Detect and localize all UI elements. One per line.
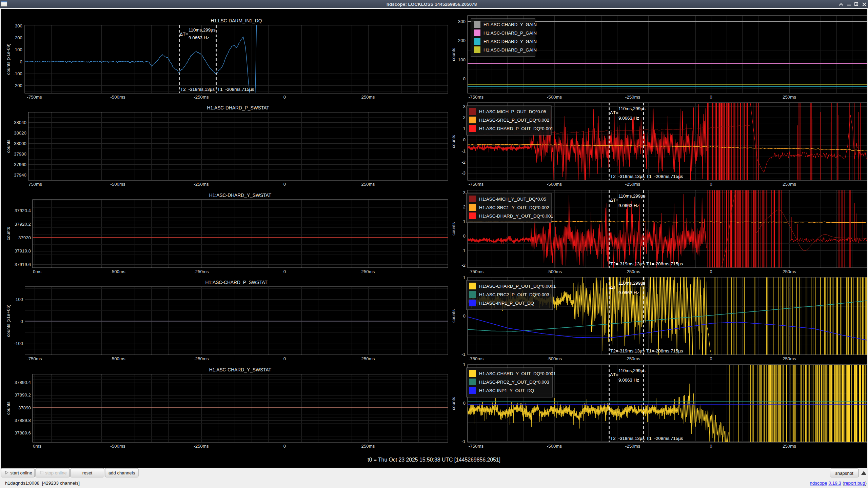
svg-text:t0 = Thu Oct 23 2025 15:50:38: t0 = Thu Oct 23 2025 15:50:38 UTC [14452… xyxy=(368,457,500,463)
svg-text:counts: counts xyxy=(451,397,456,410)
svg-text:9.0663 Hz: 9.0663 Hz xyxy=(618,116,639,121)
svg-text:250ms: 250ms xyxy=(783,182,796,187)
svg-text:reset: reset xyxy=(82,470,93,475)
svg-text:1: 1 xyxy=(463,275,466,280)
svg-text:0: 0 xyxy=(710,269,712,274)
svg-text:H1:ASC-DHARD_P_GAIN: H1:ASC-DHARD_P_GAIN xyxy=(484,47,537,53)
svg-text:H1:ASC-CHARD_P_GAIN: H1:ASC-CHARD_P_GAIN xyxy=(484,30,537,36)
svg-text:ndscope: LOCKLOSS 1445269856.2: ndscope: LOCKLOSS 1445269856.205078 xyxy=(387,2,477,7)
svg-text:H1:ASC-PRC2_P_OUT_DQ*0.003: H1:ASC-PRC2_P_OUT_DQ*0.003 xyxy=(479,292,549,297)
svg-text:-250ms: -250ms xyxy=(194,182,209,187)
svg-text:H1:ASC-INP1_Y_OUT_DQ: H1:ASC-INP1_Y_OUT_DQ xyxy=(479,388,534,393)
svg-text:counts: counts xyxy=(451,135,456,148)
svg-text:37919.6: 37919.6 xyxy=(15,262,31,267)
svg-text:T1=-208ms,715µs: T1=-208ms,715µs xyxy=(646,348,683,353)
svg-text:-500ms: -500ms xyxy=(110,182,125,187)
svg-text:H1:ASC-DHARD_Y_OUT_DQ*0.001: H1:ASC-DHARD_Y_OUT_DQ*0.001 xyxy=(479,214,553,219)
svg-text:H1:ASC-DHARD_P_OUT_DQ*0.001: H1:ASC-DHARD_P_OUT_DQ*0.001 xyxy=(479,126,553,131)
svg-text:1: 1 xyxy=(463,126,466,131)
svg-text:-750ms: -750ms xyxy=(469,269,484,274)
svg-text:-1: -1 xyxy=(461,352,466,357)
svg-text:37889.8: 37889.8 xyxy=(15,418,31,423)
svg-text:250ms: 250ms xyxy=(783,95,796,100)
svg-text:-2: -2 xyxy=(461,263,466,268)
svg-text:200: 200 xyxy=(15,35,22,40)
svg-text:0: 0 xyxy=(21,319,23,324)
svg-text:H1:ASC-CHARD_Y_GAIN: H1:ASC-CHARD_Y_GAIN xyxy=(484,22,537,27)
svg-text:-1: -1 xyxy=(461,148,466,154)
svg-text:37920.2: 37920.2 xyxy=(15,222,31,227)
svg-text:0: 0 xyxy=(463,313,466,319)
svg-text:H1:ASC-MICH_P_OUT_DQ*0.05: H1:ASC-MICH_P_OUT_DQ*0.05 xyxy=(479,109,546,114)
svg-text:300: 300 xyxy=(458,19,466,24)
svg-text:-750ms: -750ms xyxy=(27,95,42,100)
svg-text:1: 1 xyxy=(463,362,466,367)
svg-text:0: 0 xyxy=(463,401,466,406)
svg-text:-500ms: -500ms xyxy=(547,95,562,100)
svg-text:ΔT=: ΔT= xyxy=(180,32,188,37)
svg-text:-750ms: -750ms xyxy=(469,95,484,100)
svg-text:0: 0 xyxy=(463,233,466,239)
svg-text:200: 200 xyxy=(458,38,466,43)
svg-text:T1=-208ms,715µs: T1=-208ms,715µs xyxy=(646,261,683,266)
svg-text:110ms,299µs: 110ms,299µs xyxy=(618,368,646,373)
svg-text:H1:ASC-MICH_Y_OUT_DQ*0.05: H1:ASC-MICH_Y_OUT_DQ*0.05 xyxy=(479,197,546,202)
svg-text:0: 0 xyxy=(283,444,286,449)
svg-text:110ms,299µs: 110ms,299µs xyxy=(618,106,646,111)
svg-text:H1:ASC-CHARD_Y_SWSTAT: H1:ASC-CHARD_Y_SWSTAT xyxy=(209,367,272,372)
svg-text:9.0663 Hz: 9.0663 Hz xyxy=(618,290,639,295)
svg-text:T1=-208ms,715µs: T1=-208ms,715µs xyxy=(217,87,254,92)
svg-text:-100: -100 xyxy=(13,71,22,76)
svg-text:0: 0 xyxy=(463,76,466,81)
svg-text:counts: counts xyxy=(451,222,456,236)
svg-text:250ms: 250ms xyxy=(361,269,375,274)
svg-text:750ms: 750ms xyxy=(28,182,42,187)
svg-text:T2=-319ms,13µs: T2=-319ms,13µs xyxy=(610,436,645,441)
svg-text:250ms: 250ms xyxy=(361,444,375,449)
svg-text:0: 0 xyxy=(710,182,712,187)
svg-text:counts (x1e-09): counts (x1e-09) xyxy=(6,43,11,75)
svg-text:counts: counts xyxy=(6,402,11,415)
svg-text:3: 3 xyxy=(463,190,466,195)
svg-text:37890.4: 37890.4 xyxy=(15,380,31,385)
svg-text:0: 0 xyxy=(20,59,22,64)
svg-text:T2=-319ms,13µs: T2=-319ms,13µs xyxy=(610,174,645,179)
svg-text:-250ms: -250ms xyxy=(194,95,209,100)
svg-text:0: 0 xyxy=(283,182,286,187)
svg-text:H1:ASC-CHARD_Y_OUT_DQ*0.0001: H1:ASC-CHARD_Y_OUT_DQ*0.0001 xyxy=(479,371,556,376)
svg-text:T2=-319ms,13µs: T2=-319ms,13µs xyxy=(180,87,215,92)
svg-text:stop online: stop online xyxy=(45,470,67,475)
svg-text:H1:ASC-SRC1_Y_OUT_DQ*0.002: H1:ASC-SRC1_Y_OUT_DQ*0.002 xyxy=(479,205,549,210)
svg-text:0: 0 xyxy=(283,95,286,100)
svg-text:0: 0 xyxy=(463,137,466,142)
svg-text:ndscope 0.19.3 (report bug): ndscope 0.19.3 (report bug) xyxy=(810,481,867,486)
svg-text:snapshot: snapshot xyxy=(835,471,853,476)
svg-text:-2: -2 xyxy=(461,160,466,165)
svg-text:9.0663 Hz: 9.0663 Hz xyxy=(618,378,639,383)
svg-text:37920.4: 37920.4 xyxy=(15,208,31,213)
svg-text:0: 0 xyxy=(283,356,286,361)
svg-text:-250ms: -250ms xyxy=(625,356,640,361)
svg-text:38000: 38000 xyxy=(14,141,26,146)
svg-text:ΔT=: ΔT= xyxy=(610,198,618,203)
svg-text:250ms: 250ms xyxy=(783,269,796,274)
svg-text:-3: -3 xyxy=(461,170,466,176)
svg-text:h1daqnds1:8088 [429233 channe: h1daqnds1:8088 [429233 channels] xyxy=(5,481,80,486)
svg-text:37919.8: 37919.8 xyxy=(15,248,31,253)
svg-text:100: 100 xyxy=(458,57,466,62)
svg-text:0: 0 xyxy=(710,95,712,100)
svg-text:37889.6: 37889.6 xyxy=(15,430,31,435)
svg-text:counts (x1e+06): counts (x1e+06) xyxy=(6,305,11,337)
svg-text:-500ms: -500ms xyxy=(547,444,562,449)
svg-text:-750ms: -750ms xyxy=(27,356,42,361)
svg-text:H1:LSC-DARM_IN1_DQ: H1:LSC-DARM_IN1_DQ xyxy=(211,18,262,23)
svg-text:T1=-208ms,715µs: T1=-208ms,715µs xyxy=(646,174,683,179)
svg-text:T2=-319ms,13µs: T2=-319ms,13µs xyxy=(610,261,645,266)
svg-text:250ms: 250ms xyxy=(783,356,796,361)
svg-text:H1:ASC-CHARD_P_OUT_DQ*0.0001: H1:ASC-CHARD_P_OUT_DQ*0.0001 xyxy=(479,284,556,289)
svg-text:0: 0 xyxy=(283,269,286,274)
svg-text:100: 100 xyxy=(15,47,22,52)
svg-text:250ms: 250ms xyxy=(361,182,375,187)
svg-text:38040: 38040 xyxy=(14,120,26,125)
svg-text:37960: 37960 xyxy=(14,162,26,167)
